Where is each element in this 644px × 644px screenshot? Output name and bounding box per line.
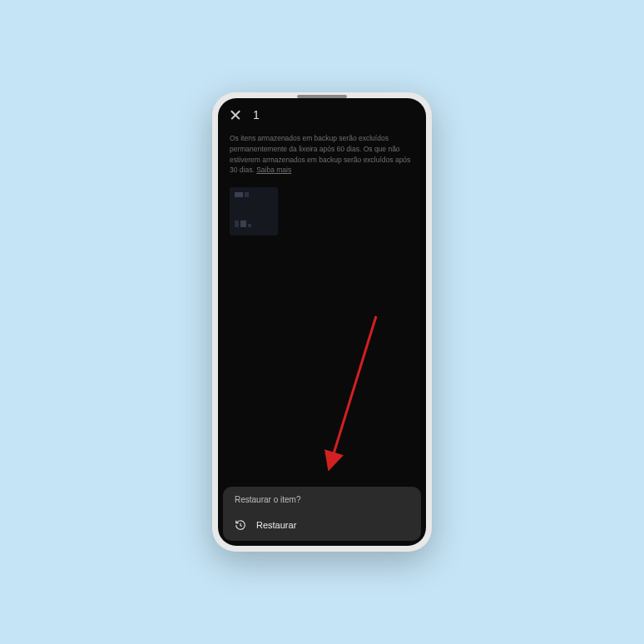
trash-info-text: Os itens armazenados em backup serão exc… bbox=[218, 130, 426, 186]
phone-frame: 1 Os itens armazenados em backup serão e… bbox=[212, 92, 432, 552]
restore-icon bbox=[235, 519, 246, 531]
header-bar: 1 bbox=[218, 98, 426, 130]
restore-button[interactable]: Restaurar bbox=[223, 511, 421, 541]
selection-count: 1 bbox=[253, 108, 260, 121]
thumbnail-grid bbox=[218, 186, 426, 237]
learn-more-link[interactable]: Saiba mais bbox=[256, 166, 291, 174]
close-icon[interactable] bbox=[230, 109, 241, 121]
restore-label: Restaurar bbox=[256, 520, 296, 530]
photo-thumbnail[interactable] bbox=[230, 187, 278, 235]
screen: 1 Os itens armazenados em backup serão e… bbox=[218, 98, 426, 546]
sheet-title: Restaurar o item? bbox=[223, 487, 421, 511]
bottom-sheet: Restaurar o item? Restaurar bbox=[223, 487, 421, 541]
